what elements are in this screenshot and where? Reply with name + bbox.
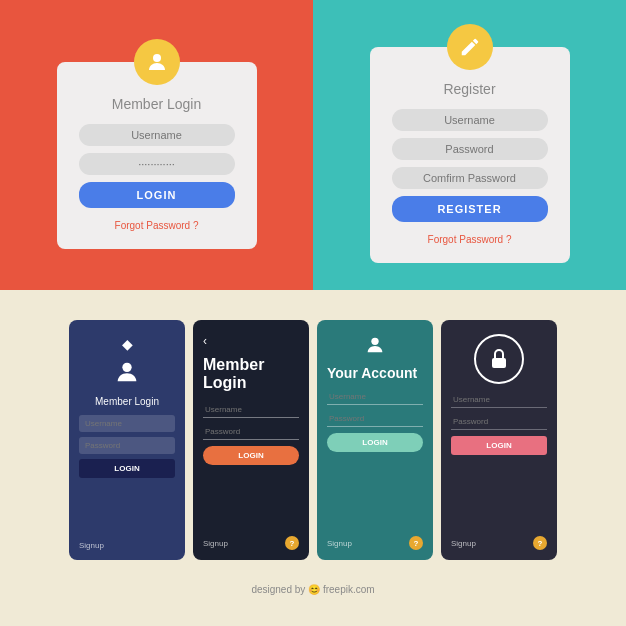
member-login-forgot[interactable]: Forgot Password ? — [115, 220, 199, 231]
mobile-2-signup[interactable]: Signup — [203, 539, 228, 548]
help-icon-4[interactable]: ? — [533, 536, 547, 550]
mobile-4-signup[interactable]: Signup — [451, 539, 476, 548]
bottom-section: ◆ Member Login LOGIN Signup ‹ Member Log… — [0, 290, 626, 580]
mobile-1-password[interactable] — [79, 437, 175, 454]
avatar-icon-1 — [79, 358, 175, 392]
mobile-4-username[interactable] — [451, 392, 547, 408]
mobile-1-signup[interactable]: Signup — [79, 541, 104, 550]
help-icon-2[interactable]: ? — [285, 536, 299, 550]
help-icon-3[interactable]: ? — [409, 536, 423, 550]
svg-rect-3 — [492, 358, 506, 368]
diamond-icon: ◆ — [79, 336, 175, 352]
mobile-card-4: LOGIN Signup ? — [441, 320, 557, 560]
register-avatar — [447, 24, 493, 70]
mobile-2-login-button[interactable]: LOGIN — [203, 446, 299, 465]
mobile-4-login-button[interactable]: LOGIN — [451, 436, 547, 455]
mobile-2-password[interactable] — [203, 424, 299, 440]
mobile-card-1: ◆ Member Login LOGIN Signup — [69, 320, 185, 560]
mobile-card-3: Your Account LOGIN Signup ? — [317, 320, 433, 560]
avatar-icon-3 — [327, 334, 423, 361]
member-login-card: Member Login ············ LOGIN Forgot P… — [57, 62, 257, 249]
mobile-2-username[interactable] — [203, 402, 299, 418]
top-left-panel: Member Login ············ LOGIN Forgot P… — [0, 0, 313, 290]
top-right-panel: Register REGISTER Forgot Password ? — [313, 0, 626, 290]
member-login-password: ············ — [79, 153, 235, 175]
mobile-card-2: ‹ Member Login LOGIN Signup ? — [193, 320, 309, 560]
mobile-3-signup[interactable]: Signup — [327, 539, 352, 548]
register-title: Register — [392, 81, 548, 97]
mobile-title-2: Member Login — [203, 356, 299, 392]
member-login-avatar — [134, 39, 180, 85]
mobile-title-1: Member Login — [79, 396, 175, 407]
register-username[interactable] — [392, 109, 548, 131]
register-button[interactable]: REGISTER — [392, 196, 548, 222]
member-login-button[interactable]: LOGIN — [79, 182, 235, 208]
svg-point-1 — [122, 363, 131, 372]
svg-point-0 — [153, 54, 161, 62]
lock-icon — [474, 334, 524, 384]
mobile-4-password[interactable] — [451, 414, 547, 430]
register-confirm-password[interactable] — [392, 167, 548, 189]
mobile-1-username[interactable] — [79, 415, 175, 432]
back-icon[interactable]: ‹ — [203, 334, 299, 348]
footer: designed by 😊 freepik.com — [0, 580, 626, 599]
mobile-3-username[interactable] — [327, 389, 423, 405]
member-login-title: Member Login — [79, 96, 235, 112]
register-forgot[interactable]: Forgot Password ? — [428, 234, 512, 245]
mobile-3-login-button[interactable]: LOGIN — [327, 433, 423, 452]
mobile-1-login-button[interactable]: LOGIN — [79, 459, 175, 478]
member-login-username[interactable] — [79, 124, 235, 146]
mobile-title-3: Your Account — [327, 365, 423, 381]
register-password[interactable] — [392, 138, 548, 160]
svg-point-2 — [371, 338, 378, 345]
register-card: Register REGISTER Forgot Password ? — [370, 47, 570, 263]
mobile-3-password[interactable] — [327, 411, 423, 427]
